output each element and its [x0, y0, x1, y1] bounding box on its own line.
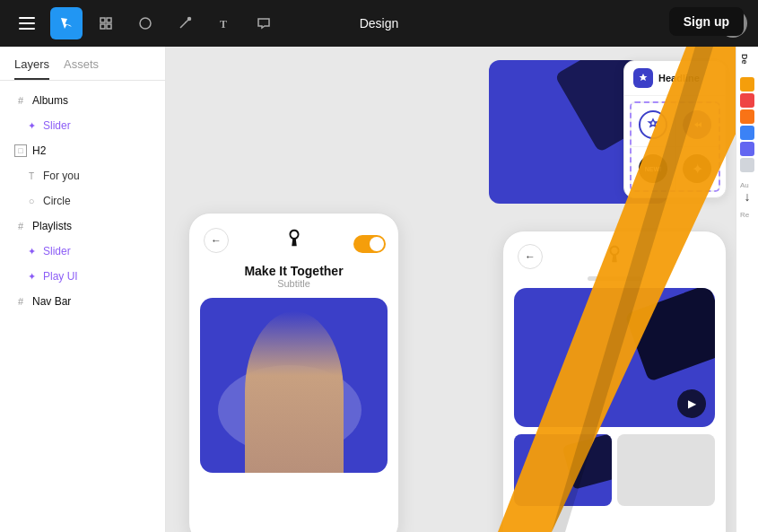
- comment-tool[interactable]: [248, 7, 280, 39]
- layer-item-navbar[interactable]: # Nav Bar: [0, 289, 165, 314]
- layer-label-playlists: Playlists: [32, 220, 72, 232]
- right-panel: De Au ↓ Re: [736, 47, 758, 532]
- layer-item-circle[interactable]: ○ Circle: [0, 188, 165, 214]
- component-icon-3: ✦: [25, 270, 38, 283]
- phone1-song-info: Make It Together Subtitle: [189, 260, 398, 298]
- layer-item-slider2[interactable]: ✦ Slider: [0, 239, 165, 264]
- frame-icon-h2: □: [14, 144, 27, 157]
- svg-rect-2: [19, 28, 35, 30]
- rewind-icon: [683, 110, 711, 139]
- phone1-logo: [284, 228, 304, 253]
- showcase-title: Headline: [658, 73, 700, 83]
- ellipse-tool[interactable]: [129, 7, 161, 39]
- new-badge-icon: NEW!: [639, 154, 667, 183]
- showcase-logo: [633, 68, 653, 88]
- panel-section-au: Au ↓: [740, 181, 754, 204]
- component-showcase: Headline: [623, 60, 727, 198]
- color-swatches: [740, 75, 754, 174]
- layer-item-playui[interactable]: ✦ Play UI: [0, 264, 165, 289]
- panel-label-au: Au: [740, 181, 754, 189]
- left-panel: Layers Assets # Albums ✦ Slider □ H2 T F…: [0, 47, 166, 532]
- svg-rect-6: [107, 24, 111, 29]
- svg-rect-5: [100, 24, 105, 29]
- phone1-song-subtitle: Subtitle: [189, 278, 398, 289]
- layer-label-h2: H2: [32, 144, 46, 157]
- phone1-back-button: ←: [204, 228, 229, 253]
- phone-mockup-1: ← Make It Together Subtitle: [188, 213, 399, 532]
- svg-rect-1: [19, 22, 35, 24]
- color-swatch-orange[interactable]: [740, 109, 754, 124]
- phone2-thumb-2: [617, 434, 715, 506]
- sparkle-icon: ✦: [683, 154, 711, 183]
- svg-rect-0: [19, 17, 35, 19]
- phone1-song-title: Make It Together: [189, 264, 398, 278]
- canvas-area[interactable]: Headline: [166, 47, 736, 532]
- color-swatch-gray[interactable]: [740, 158, 754, 172]
- svg-point-7: [140, 18, 151, 29]
- phone1-image-area: [200, 298, 388, 473]
- layer-item-albums[interactable]: # Albums: [0, 88, 165, 113]
- showcase-cell-sparkle: ✦: [675, 147, 719, 190]
- color-swatch-blue[interactable]: [740, 126, 754, 140]
- phone2-back-button: ←: [518, 244, 543, 269]
- color-swatch-red[interactable]: [740, 93, 754, 108]
- toggle-knob: [370, 237, 384, 251]
- layer-item-slider1[interactable]: ✦ Slider: [0, 113, 165, 138]
- cursor-tool[interactable]: [50, 7, 83, 39]
- showcase-cell-new: NEW!: [632, 147, 675, 190]
- hash-icon-playlists: #: [14, 220, 27, 232]
- panel-label-re: Re: [740, 211, 754, 219]
- showcase-cell-rewind: [675, 103, 719, 146]
- layer-item-playlists[interactable]: # Playlists: [0, 214, 165, 239]
- text-tool[interactable]: T: [208, 7, 240, 39]
- phone-mockup-2: ← ▶: [502, 231, 727, 532]
- phone1-toggle[interactable]: [353, 235, 386, 253]
- showcase-cell-star: [632, 103, 675, 146]
- hash-icon: #: [14, 94, 27, 107]
- phone2-image-area: ▶: [514, 288, 715, 427]
- toolbar: T Design A: [0, 0, 758, 47]
- layer-label-foryou: For you: [43, 170, 80, 182]
- phone2-play-button[interactable]: ▶: [677, 389, 706, 418]
- panel-tabs: Layers Assets: [0, 47, 165, 81]
- star-outline-icon: [639, 110, 667, 139]
- panel-section-re: Re: [740, 211, 754, 219]
- svg-rect-4: [107, 18, 111, 22]
- color-swatch-indigo[interactable]: [740, 142, 754, 156]
- layer-label-circle: Circle: [43, 195, 71, 207]
- phone2-thumbnails: [503, 434, 726, 506]
- layer-label-slider1: Slider: [43, 119, 71, 132]
- tab-layers[interactable]: Layers: [14, 57, 49, 80]
- layer-label-playui: Play UI: [43, 270, 78, 283]
- svg-text:T: T: [220, 18, 227, 31]
- color-swatch-yellow[interactable]: [740, 77, 754, 92]
- design-panel-label: De: [740, 54, 754, 65]
- text-icon-foryou: T: [25, 170, 38, 182]
- svg-point-8: [188, 18, 191, 21]
- layer-label-navbar: Nav Bar: [32, 295, 71, 308]
- document-title: Design: [360, 16, 399, 31]
- hash-icon-navbar: #: [14, 295, 27, 308]
- layer-label-albums: Albums: [32, 94, 68, 107]
- component-icon-2: ✦: [25, 245, 38, 257]
- person-silhouette: [245, 311, 344, 473]
- tab-assets[interactable]: Assets: [64, 57, 99, 80]
- frame-tool[interactable]: [90, 7, 122, 39]
- svg-rect-3: [100, 18, 105, 22]
- phone2-shape: [624, 288, 715, 382]
- signup-button[interactable]: Sign up: [669, 7, 744, 36]
- menu-icon[interactable]: [11, 7, 43, 39]
- thumb-shape: [562, 434, 612, 490]
- layer-label-slider2: Slider: [43, 245, 71, 257]
- panel-arrow-down[interactable]: ↓: [740, 189, 754, 204]
- component-icon-1: ✦: [25, 119, 38, 132]
- layer-item-foryou[interactable]: T For you: [0, 163, 165, 188]
- phone2-header: ←: [503, 231, 726, 276]
- layer-item-h2[interactable]: □ H2: [0, 138, 165, 163]
- pen-tool[interactable]: [169, 7, 201, 39]
- circle-icon: ○: [25, 195, 38, 207]
- layers-list: # Albums ✦ Slider □ H2 T For you ○ Circl…: [0, 81, 165, 532]
- showcase-grid: NEW! ✦: [630, 101, 720, 192]
- phone2-progress-bar: [588, 276, 641, 281]
- main-layout: Layers Assets # Albums ✦ Slider □ H2 T F…: [0, 47, 758, 532]
